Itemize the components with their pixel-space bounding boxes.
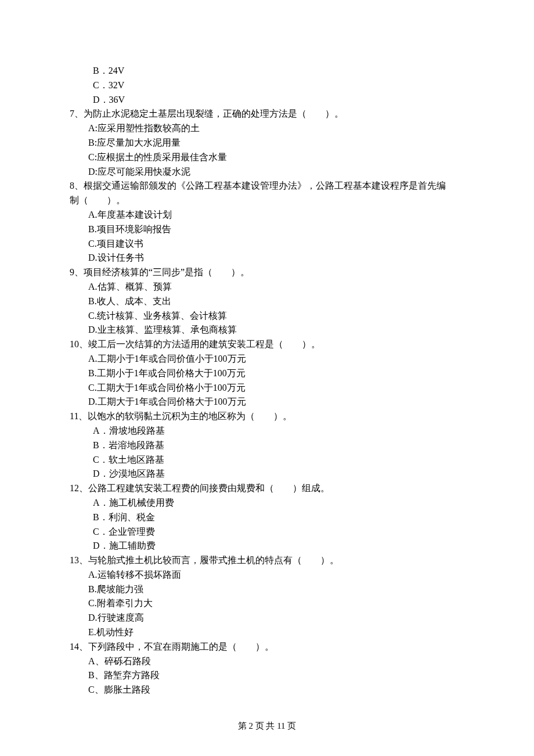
q12-text: 12、公路工程建筑安装工程费的间接费由规费和（ ）组成。 [70,481,464,496]
q8-option-c: C.项目建议书 [70,237,464,251]
q10-option-a: A.工期小于1年或合同价值小于100万元 [70,352,464,366]
q13-option-c: C.附着牵引力大 [70,596,464,611]
q10-option-c: C.工期大于1年或合同价格小于100万元 [70,381,464,395]
q8-option-a: A.年度基本建设计划 [70,208,464,222]
q12-option-c: C．企业管理费 [70,525,464,539]
q6-option-b: B．24V [70,64,464,78]
q13-option-b: B.爬坡能力强 [70,582,464,597]
q13-text: 13、与轮胎式推土机比较而言，履带式推土机的特点有（ ）。 [70,553,464,568]
q10-option-b: B.工期小于1年或合同价格大于100万元 [70,366,464,381]
q9-option-b: B.收人、成本、支出 [70,294,464,309]
q9-option-d: D.业主核算、监理核算、承包商核算 [70,323,464,337]
q14-option-b: B、路堑弃方路段 [70,668,464,683]
q13-option-d: D.行驶速度高 [70,611,464,625]
q8-option-b: B.项目环境影响报告 [70,222,464,237]
q8-option-d: D.设计任务书 [70,251,464,265]
q7-text: 7、为防止水泥稳定土基层出现裂缝，正确的处理方法是（ ）。 [70,107,464,121]
q9-option-c: C.统计核算、业务核算、会计核算 [70,309,464,323]
q12-option-b: B．利润、税金 [70,510,464,525]
q12-option-a: A．施工机械使用费 [70,496,464,510]
q8-text-line1: 8、根据交通运输部颁发的《公路工程基本建设管理办法》，公路工程基本建设程序是首先… [70,179,464,193]
q14-text: 14、下列路段中，不宜在雨期施工的是（ ）。 [70,640,464,654]
q11-text: 11、以饱水的软弱黏土沉积为主的地区称为（ ）。 [70,409,464,424]
q7-option-b: B:应尽量加大水泥用量 [70,136,464,150]
q8-text-line2: 制（ ）。 [70,193,464,208]
q10-text: 10、竣工后一次结算的方法适用的建筑安装工程是（ ）。 [70,337,464,352]
q13-option-a: A.运输转移不损坏路面 [70,568,464,582]
q11-option-a: A．滑坡地段路基 [70,424,464,438]
document-page: B．24V C．32V D．36V 7、为防止水泥稳定土基层出现裂缝，正确的处理… [0,0,534,756]
q14-option-a: A、碎砾石路段 [70,654,464,669]
q11-option-d: D．沙漠地区路基 [70,467,464,481]
q10-option-d: D.工期大于1年或合同价格大于100万元 [70,395,464,409]
q9-text: 9、项目经济核算的“三同步”是指（ ）。 [70,265,464,280]
q6-option-d: D．36V [70,93,464,107]
q9-option-a: A.估算、概算、预算 [70,280,464,294]
q11-option-b: B．岩溶地段路基 [70,438,464,453]
q6-option-c: C．32V [70,78,464,93]
q14-option-c: C、膨胀土路段 [70,683,464,697]
q12-option-d: D．施工辅助费 [70,539,464,553]
q11-option-c: C．软土地区路基 [70,453,464,467]
q7-option-a: A:应采用塑性指数较高的土 [70,121,464,136]
q7-option-c: C:应根据土的性质采用最佳含水量 [70,150,464,165]
q13-option-e: E.机动性好 [70,625,464,640]
page-footer: 第 2 页 共 11 页 [0,719,534,733]
q7-option-d: D:应尽可能采用快凝水泥 [70,165,464,179]
